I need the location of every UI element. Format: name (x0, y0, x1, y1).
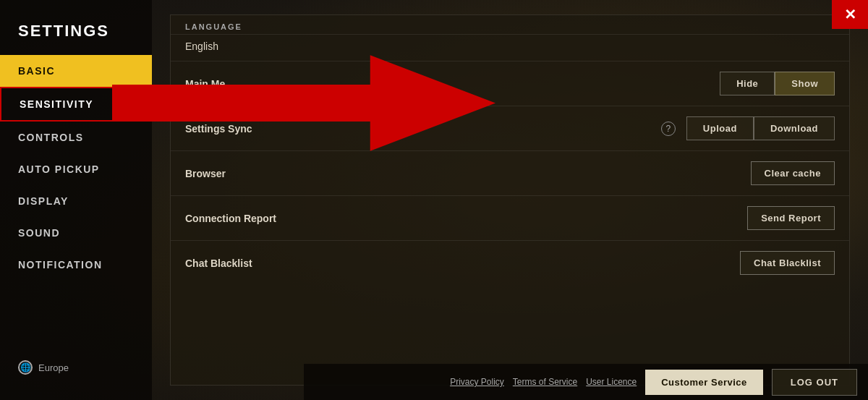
download-button[interactable]: Download (754, 116, 835, 140)
hide-button[interactable]: Hide (720, 72, 775, 95)
settings-title: SETTINGS (0, 14, 152, 55)
upload-download-pair: Upload Download (686, 116, 835, 140)
question-icon[interactable]: ? (661, 122, 676, 136)
browser-row: Browser Clear cache (171, 151, 849, 196)
sidebar-item-display[interactable]: DISPLAY (0, 185, 152, 217)
sidebar-item-auto-pickup[interactable]: AUTO PICKUP (0, 153, 152, 185)
minimap-row: Main Me... Hide Show (171, 61, 849, 106)
show-button[interactable]: Show (775, 72, 835, 95)
close-button[interactable]: ✕ (832, 0, 868, 29)
sidebar-item-controls[interactable]: CONTROLS (0, 122, 152, 153)
sidebar: SETTINGS BASIC SENSITIVITY CONTROLS AUTO… (0, 0, 152, 400)
chat-blacklist-label: Chat Blacklist (185, 258, 740, 269)
connection-report-label: Connection Report (185, 213, 747, 224)
main-content: ✕ LANGUAGE English Main Me... Hide Show … (152, 0, 868, 400)
chat-blacklist-row: Chat Blacklist Chat Blacklist (171, 241, 849, 285)
minimap-label: Main Me... (185, 78, 720, 90)
region-label: Europe (38, 362, 69, 373)
chat-blacklist-button[interactable]: Chat Blacklist (740, 251, 835, 275)
send-report-button[interactable]: Send Report (747, 206, 835, 230)
sidebar-item-sensitivity[interactable]: SENSITIVITY (0, 87, 152, 122)
terms-of-service-link[interactable]: Terms of Service (513, 377, 577, 387)
clear-cache-button[interactable]: Clear cache (751, 161, 835, 185)
sidebar-item-basic[interactable]: BASIC (0, 55, 152, 87)
upload-button[interactable]: Upload (686, 116, 754, 140)
settings-sync-row: Settings Sync ? Upload Download (171, 106, 849, 151)
customer-service-button[interactable]: Customer Service (645, 370, 763, 395)
settings-sync-label: Settings Sync (185, 123, 661, 135)
bottom-bar: Privacy Policy Terms of Service User Lic… (304, 364, 868, 400)
sidebar-footer: 🌐 Europe (0, 349, 152, 386)
sidebar-item-sound[interactable]: SOUND (0, 217, 152, 249)
settings-container: SETTINGS BASIC SENSITIVITY CONTROLS AUTO… (0, 0, 868, 400)
sidebar-item-notification[interactable]: NOTIFICATION (0, 249, 152, 281)
browser-label: Browser (185, 168, 751, 179)
language-section-header: LANGUAGE (171, 15, 849, 35)
globe-icon: 🌐 (18, 360, 33, 375)
language-value: English (171, 35, 849, 61)
hide-show-pair: Hide Show (720, 72, 835, 95)
user-licence-link[interactable]: User Licence (586, 377, 637, 387)
settings-panel: LANGUAGE English Main Me... Hide Show Se… (170, 14, 850, 386)
logout-button[interactable]: LOG OUT (772, 369, 857, 396)
privacy-policy-link[interactable]: Privacy Policy (450, 377, 504, 387)
connection-report-row: Connection Report Send Report (171, 196, 849, 241)
